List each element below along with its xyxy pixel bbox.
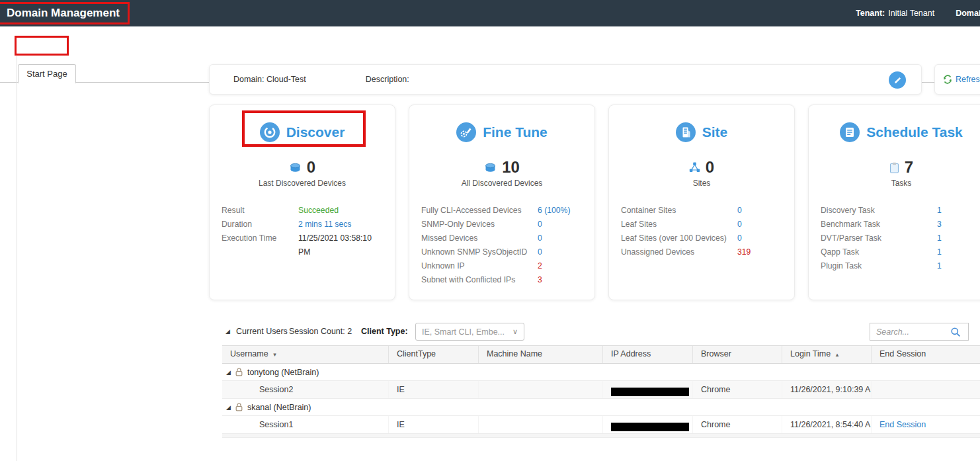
detail-value-link[interactable]: 1 — [937, 245, 980, 259]
detail-label: Unknown IP — [421, 259, 538, 273]
detail-value-link[interactable]: 1 — [937, 204, 980, 218]
site-icon — [676, 122, 696, 142]
column-header-end-session[interactable]: End Session — [872, 346, 980, 363]
detail-label: Qapp Task — [821, 245, 937, 259]
fine-tune-card-title: Fine Tune — [483, 124, 548, 140]
clienttype-cell: IE — [389, 381, 479, 398]
column-header-clienttype[interactable]: ClientType — [389, 346, 479, 363]
detail-label: Duration — [222, 218, 298, 231]
detail-value-link[interactable]: 0 — [737, 231, 785, 245]
detail-value-link[interactable]: 3 — [538, 273, 585, 287]
detail-label: Unassigned Devices — [621, 245, 737, 259]
detail-label: Leaf Sites (over 100 Devices) — [621, 231, 737, 245]
site-stat-value: 0 — [706, 158, 714, 177]
detail-value-link[interactable]: 0 — [538, 245, 585, 259]
site-card: Site 0 Sites Container Sites 0 Leaf Site… — [608, 105, 795, 300]
schedule-task-card-header[interactable]: Schedule Task — [809, 122, 980, 142]
client-type-selected-value: IE, Smart CLI, Embe... — [422, 327, 505, 337]
machine-name-cell — [479, 381, 603, 398]
session-name-cell: Session2 — [222, 381, 389, 398]
table-empty-strip — [222, 434, 980, 438]
infobar-domain-label: Domain: — [233, 75, 265, 84]
current-users-table: Username ▾ ClientType Machine Name IP Ad… — [222, 345, 980, 438]
redacted-ip — [611, 388, 689, 396]
column-header-machine-name[interactable]: Machine Name — [479, 346, 603, 363]
collapse-group-icon[interactable]: ◢ — [226, 369, 231, 376]
detail-label: Unknown SNMP SysObjectID — [421, 245, 538, 259]
detail-label: Benchmark Task — [821, 218, 937, 231]
detail-value: Succeeded — [298, 204, 386, 218]
fine-tune-card: Fine Tune 10 All Discovered Devices Full… — [409, 105, 595, 300]
tenant-value: Initial Tenant — [888, 9, 934, 18]
search-icon[interactable] — [950, 327, 961, 337]
column-header-username[interactable]: Username ▾ — [222, 346, 389, 363]
detail-value-link[interactable]: 0 — [538, 218, 585, 231]
tab-start-page[interactable]: Start Page — [18, 64, 76, 83]
detail-value-link[interactable]: 0 — [737, 204, 785, 218]
discover-stat-label: Last Discovered Devices — [210, 179, 395, 188]
schedule-task-icon — [840, 122, 860, 142]
discover-icon — [260, 122, 280, 142]
detail-value-link[interactable]: 1 — [937, 231, 980, 245]
pencil-icon — [893, 76, 902, 85]
group-username: tonytong (NetBrain) — [247, 368, 319, 377]
site-card-title: Site — [702, 124, 728, 140]
page-title: Domain Management — [7, 0, 120, 26]
discover-stat-value: 0 — [307, 158, 315, 177]
site-stat-label: Sites — [609, 179, 794, 188]
detail-value-link[interactable]: 2 — [538, 259, 585, 273]
redacted-ip — [611, 423, 689, 431]
tasks-icon — [889, 162, 899, 173]
schedule-task-card: Schedule Task 7 Tasks Discovery Task 1 B… — [808, 105, 980, 300]
detail-label: Plugin Task — [821, 259, 937, 273]
detail-value-link[interactable]: 319 — [737, 245, 785, 259]
browser-cell: Chrome — [693, 416, 782, 433]
column-header-login-time[interactable]: Login Time ▴ — [782, 346, 872, 363]
current-users-title: Current Users — [236, 322, 288, 341]
column-header-ip-address[interactable]: IP Address — [603, 346, 693, 363]
login-time-cell: 11/26/2021, 8:54:40 AM — [782, 416, 872, 433]
login-time-cell: 11/26/2021, 9:10:39 AM — [782, 381, 872, 398]
fine-tune-icon — [456, 122, 476, 142]
session-name-cell: Session1 — [222, 416, 389, 433]
collapse-group-icon[interactable]: ◢ — [226, 404, 231, 411]
user-group-row: ◢ tonytong (NetBrain) — [222, 364, 980, 381]
site-card-header[interactable]: Site — [609, 122, 794, 142]
collapse-section-icon[interactable]: ◢ — [225, 322, 230, 341]
schedule-task-card-title: Schedule Task — [866, 124, 963, 140]
sites-icon — [689, 162, 700, 173]
detail-value-link[interactable]: 0 — [737, 218, 785, 231]
search-input[interactable] — [876, 327, 950, 337]
detail-label: Container Sites — [621, 204, 737, 218]
detail-label: DVT/Parser Task — [821, 231, 937, 245]
detail-value-link[interactable]: 1 — [937, 259, 980, 273]
column-header-browser[interactable]: Browser — [693, 346, 782, 363]
client-type-dropdown[interactable]: IE, Smart CLI, Embe... ∨ — [415, 323, 524, 341]
detail-label: Execution Time — [222, 231, 298, 259]
refresh-button[interactable]: Refresh — [934, 64, 980, 95]
sort-asc-icon: ▴ — [836, 351, 839, 358]
detail-value-link[interactable]: 0 — [538, 231, 585, 245]
tab-strip: Start Page — [0, 26, 980, 56]
current-users-controls: ◢ Current Users Session Count: 2 Client … — [222, 322, 980, 342]
ip-address-cell — [603, 381, 693, 398]
browser-cell: Chrome — [693, 381, 782, 398]
content-left-border — [17, 56, 17, 461]
edit-domain-button[interactable] — [889, 71, 906, 89]
end-session-cell: End Session — [872, 416, 980, 433]
detail-label: Result — [222, 204, 298, 218]
detail-value-link[interactable]: 6 (100%) — [538, 204, 585, 218]
domain-label: Domain: — [956, 9, 980, 18]
detail-value-link[interactable]: 3 — [937, 218, 980, 231]
infobar-description-label: Description: — [366, 75, 409, 84]
discover-card-header[interactable]: Discover — [210, 122, 395, 142]
refresh-icon — [943, 75, 952, 84]
client-type-label: Client Type: — [361, 322, 408, 341]
detail-value-link[interactable]: 2 mins 11 secs — [298, 218, 386, 231]
user-group-row: ◢ skanal (NetBrain) — [222, 399, 980, 416]
schedule-task-stat-value: 7 — [905, 158, 913, 177]
refresh-label: Refresh — [956, 75, 980, 84]
column-header-label: Username — [230, 349, 268, 358]
end-session-link[interactable]: End Session — [879, 420, 926, 429]
fine-tune-card-header[interactable]: Fine Tune — [409, 122, 594, 142]
